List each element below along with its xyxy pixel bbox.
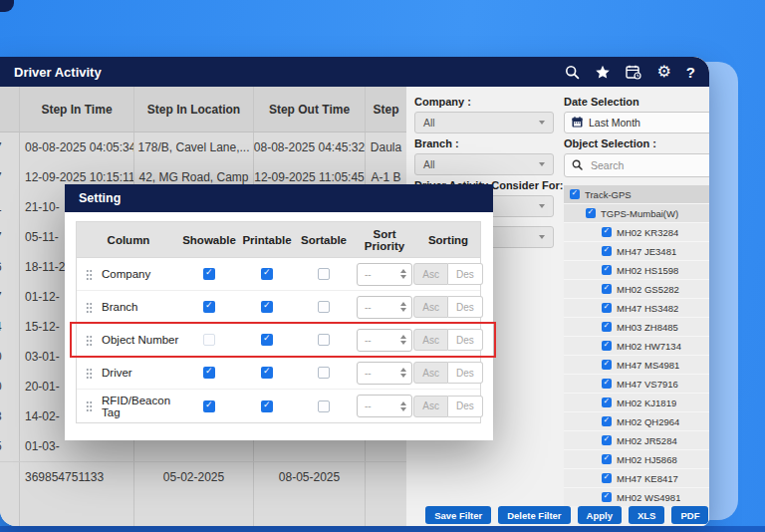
drag-handle-icon[interactable] bbox=[86, 400, 93, 411]
tree-item-vehicle[interactable]: MH02 HS1598 bbox=[564, 261, 709, 280]
sorting-toggle: Asc Des bbox=[413, 263, 482, 285]
printable-checkbox[interactable] bbox=[261, 367, 273, 379]
filter-right-column: Date Selection Last Month Object Selecti… bbox=[564, 93, 709, 526]
asc-button[interactable]: Asc bbox=[413, 296, 448, 318]
checkbox-checked-icon[interactable] bbox=[602, 473, 612, 483]
tree-item-vehicle[interactable]: MH03 ZH8485 bbox=[564, 318, 709, 337]
chevron-down-icon bbox=[539, 235, 545, 239]
branch-label: Branch : bbox=[414, 137, 554, 149]
setting-header-sort-priority: Sort Priority bbox=[352, 228, 417, 252]
des-button[interactable]: Des bbox=[448, 396, 483, 417]
sortable-checkbox-unchecked[interactable] bbox=[318, 367, 330, 379]
checkbox-checked-icon[interactable] bbox=[602, 416, 612, 426]
des-button[interactable]: Des bbox=[448, 362, 483, 384]
checkbox-checked-icon[interactable] bbox=[602, 454, 612, 464]
company-select[interactable]: All bbox=[414, 112, 554, 133]
settings-gear-icon[interactable]: ⚙ bbox=[656, 64, 670, 80]
date-range-input[interactable]: Last Month bbox=[564, 112, 709, 133]
checkbox-checked-icon[interactable] bbox=[602, 322, 612, 332]
row-id-fragment: 3 bbox=[0, 401, 20, 431]
checkbox-checked-icon[interactable] bbox=[602, 341, 612, 351]
search-input[interactable] bbox=[589, 158, 709, 172]
printable-checkbox[interactable] bbox=[261, 334, 273, 346]
row-id-fragment bbox=[0, 462, 20, 491]
page-title: Driver Activity bbox=[14, 65, 102, 80]
xls-button[interactable]: XLS bbox=[629, 506, 664, 524]
setting-column-name: Driver bbox=[102, 367, 132, 379]
sortable-checkbox-unchecked[interactable] bbox=[318, 301, 330, 313]
checkbox-checked-icon[interactable] bbox=[602, 303, 612, 313]
checkbox-checked-icon[interactable] bbox=[570, 189, 580, 199]
printable-checkbox[interactable] bbox=[261, 400, 273, 412]
drag-handle-icon[interactable] bbox=[86, 368, 93, 379]
tree-item-group[interactable]: TGPS-Mumbai(W) bbox=[564, 204, 709, 223]
tree-item-vehicle[interactable]: MH47 MS4981 bbox=[564, 356, 709, 375]
tree-item-vehicle[interactable]: MH02 QH2964 bbox=[564, 412, 709, 431]
tree-item-vehicle[interactable]: MH02 JR5284 bbox=[564, 431, 709, 450]
sort-priority-select[interactable]: -- bbox=[357, 329, 412, 352]
sort-priority-select[interactable]: -- bbox=[357, 263, 412, 286]
des-button[interactable]: Des bbox=[448, 329, 483, 351]
asc-button[interactable]: Asc bbox=[413, 329, 448, 351]
printable-checkbox[interactable] bbox=[261, 301, 273, 313]
sort-priority-select[interactable]: -- bbox=[357, 395, 412, 417]
des-button[interactable]: Des bbox=[448, 263, 483, 285]
save-filter-button[interactable]: Save Filter bbox=[425, 506, 491, 524]
delete-filter-button[interactable]: Delete Filter bbox=[498, 506, 570, 524]
asc-button[interactable]: Asc bbox=[413, 362, 448, 384]
showable-checkbox[interactable] bbox=[203, 400, 215, 412]
help-icon[interactable]: ? bbox=[686, 64, 695, 81]
printable-checkbox[interactable] bbox=[261, 268, 273, 280]
checkbox-checked-icon[interactable] bbox=[602, 435, 612, 445]
favorite-star-icon[interactable] bbox=[595, 65, 611, 80]
checkbox-checked-icon[interactable] bbox=[602, 379, 612, 389]
apply-button[interactable]: Apply bbox=[578, 506, 622, 524]
branch-value: All bbox=[423, 158, 435, 170]
report-calendar-icon[interactable] bbox=[626, 65, 641, 80]
tree-item-root[interactable]: Track-GPS ... bbox=[564, 185, 709, 204]
checkbox-checked-icon[interactable] bbox=[602, 284, 612, 294]
sortable-checkbox-unchecked[interactable] bbox=[318, 268, 330, 280]
tree-item-vehicle[interactable]: MH47 VS7916 bbox=[564, 375, 709, 394]
checkbox-checked-icon[interactable] bbox=[602, 398, 612, 407]
checkbox-checked-icon[interactable] bbox=[602, 492, 612, 502]
tree-item-vehicle[interactable]: MH47 HS3482 bbox=[564, 299, 709, 318]
sortable-checkbox-unchecked[interactable] bbox=[318, 334, 330, 346]
tree-item-vehicle[interactable]: MH02 KR3284 bbox=[564, 223, 709, 242]
drag-handle-icon[interactable] bbox=[86, 302, 93, 313]
showable-checkbox[interactable] bbox=[203, 268, 215, 280]
branch-select[interactable]: All bbox=[414, 153, 554, 175]
sort-priority-select[interactable]: -- bbox=[357, 362, 412, 385]
des-button[interactable]: Des bbox=[448, 296, 483, 318]
asc-button[interactable]: Asc bbox=[413, 396, 448, 417]
search-icon[interactable] bbox=[565, 65, 580, 80]
tree-item-vehicle[interactable]: MH02 KJ1819 bbox=[564, 394, 709, 412]
setting-header-sorting: Sorting bbox=[417, 234, 479, 246]
drag-handle-icon[interactable] bbox=[86, 335, 93, 346]
tree-item-vehicle[interactable]: MH02 HW7134 bbox=[564, 337, 709, 356]
tree-item-vehicle[interactable]: MH02 GS5282 bbox=[564, 280, 709, 299]
sortable-checkbox-unchecked[interactable] bbox=[318, 400, 330, 412]
checkbox-checked-icon[interactable] bbox=[602, 265, 612, 275]
tree-item-vehicle[interactable]: MH47 KE8417 bbox=[564, 469, 709, 488]
tree-item-vehicle[interactable]: MH02 WS4981 bbox=[564, 488, 709, 506]
showable-checkbox[interactable] bbox=[203, 367, 215, 379]
sort-priority-select[interactable]: -- bbox=[357, 296, 412, 319]
setting-table: Column Showable Printable Sortable Sort … bbox=[76, 221, 481, 423]
vehicle-label: MH02 HJ5868 bbox=[617, 454, 677, 465]
drag-handle-icon[interactable] bbox=[86, 269, 93, 280]
tree-item-vehicle[interactable]: MH02 HJ5868 bbox=[564, 450, 709, 469]
pdf-button[interactable]: PDF bbox=[671, 506, 708, 524]
checkbox-checked-icon[interactable] bbox=[602, 246, 612, 256]
checkbox-checked-icon[interactable] bbox=[602, 227, 612, 237]
checkbox-checked-icon[interactable] bbox=[602, 360, 612, 370]
asc-button[interactable]: Asc bbox=[413, 263, 448, 285]
sorting-toggle: Asc Des bbox=[413, 296, 482, 318]
tree-item-vehicle[interactable]: MH47 JE3481 bbox=[564, 242, 709, 261]
sorting-toggle: Asc Des bbox=[413, 362, 482, 384]
showable-checkbox[interactable] bbox=[203, 301, 215, 313]
step-in-time-cell: 369854751133 bbox=[20, 462, 134, 491]
checkbox-checked-icon[interactable] bbox=[586, 208, 596, 218]
showable-checkbox-unchecked[interactable] bbox=[203, 334, 215, 346]
calendar-icon bbox=[572, 117, 583, 130]
